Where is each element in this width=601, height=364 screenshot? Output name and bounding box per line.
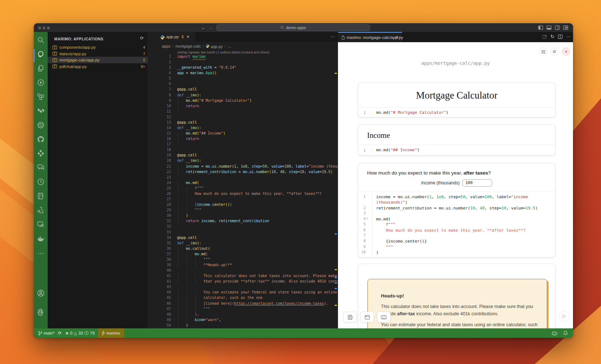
extensions-boxes-icon[interactable] [37,93,45,101]
refresh-icon[interactable]: ⟳ [139,35,145,41]
code-line-7[interactable]: 7@app.cell [148,87,338,93]
cell-code[interactable]: mo.md("## Income") [372,148,419,152]
command-center[interactable]: demo-apps [216,24,370,31]
cell-code-line[interactable]: 4∨mo.md( [358,216,555,222]
cell-code-line[interactable]: 10) [358,250,555,255]
income-input[interactable]: 100 [462,179,492,187]
code-line-11[interactable]: 11 [148,109,338,115]
toggle-secondary-sidebar-icon[interactable] [555,25,560,30]
problems-item[interactable]: ⊗0 △33 ⓘ79 [65,331,95,336]
github-icon[interactable] [37,135,45,143]
notebook-icon[interactable] [37,192,45,200]
code-line-37[interactable]: 37mo.md( [148,252,338,257]
code-line-30[interactable]: 30) [148,213,338,219]
run-debug-icon[interactable] [37,79,45,87]
nav-forward-icon[interactable]: → [208,25,214,31]
cell-code-line[interactable]: 9 """ [358,244,555,250]
save-button[interactable] [343,312,357,323]
refresh-icon[interactable]: ↻ [550,34,554,39]
breadcrumb-item[interactable]: mortgage-calc [175,44,201,48]
code-line-50[interactable]: 50) [148,323,338,328]
code-line-34[interactable]: 34@app.cell [148,236,338,241]
marimo-cell-3[interactable]: How much do you expect to make this year… [358,163,556,257]
code-line-4[interactable]: 4app = marimo.App() [148,71,338,76]
marimo-cell-2[interactable]: Income1mo.md("## Income") [358,124,556,156]
breadcrumb-item[interactable]: … [228,44,232,48]
open-as-app-button[interactable] [360,312,374,323]
code-line-40[interactable]: 40 [148,268,338,274]
tab-close-icon[interactable]: ✕ [395,35,399,40]
code-line-22[interactable]: 22retirement_contribution = mo.ui.number… [148,170,338,175]
customize-layout-icon[interactable] [563,25,568,30]
code-line-25[interactable]: 25f""" [148,186,338,192]
code-editor[interactable]: Akshay Agrawal, last month | 2 authors (… [148,50,338,328]
code-line-1[interactable]: 1import marimo [148,55,338,60]
editor-actions-more-icon[interactable]: ⋯ [330,34,335,39]
code-line-28[interactable]: 28{income.center()} [148,203,338,208]
code-line-3[interactable]: 3__generated_with = "0.0.14" [148,65,338,71]
remote-screen-icon[interactable] [37,220,45,228]
code-line-39[interactable]: 39**Heads-up!** [148,263,338,268]
code-line-45[interactable]: 45calculator, such as the one [148,296,338,301]
breadcrumb-item[interactable]: app.py [211,44,223,49]
code-line-19[interactable]: 19@app.cell [148,153,338,159]
sidebar-item-dataviz-app-py[interactable]: dataviz/app.py7 [48,51,148,57]
code-line-48[interactable]: 48), [148,312,338,318]
terraform-icon[interactable] [37,107,45,115]
sidebar-item-mortgage-calc-app-py[interactable]: mortgage-calc/app.py5 [48,57,148,63]
code-line-26[interactable]: 26How much do you expect to make this ye… [148,192,338,197]
code-line-42[interactable]: 42that you provide **after-tax** income.… [148,279,338,285]
toggle-panel-icon[interactable] [546,25,552,30]
traffic-light-close[interactable] [38,27,41,29]
cell-code-line[interactable]: 5 f""" [358,222,555,227]
breadcrumb[interactable]: apps›mortgage-calc› app.py›… [148,42,338,50]
copilot-icon[interactable] [552,331,557,336]
keyboard-shortcuts-button[interactable] [377,312,391,323]
traffic-light-minimize[interactable] [43,27,45,29]
code-line-33[interactable]: 33 [148,230,338,236]
comments-icon[interactable] [37,164,45,172]
run-all-button[interactable] [559,311,570,322]
settings-icon[interactable] [37,308,45,316]
cell-code-line[interactable]: (thousands)") [358,200,555,205]
code-line-38[interactable]: 38""" [148,257,338,263]
sphere-icon[interactable] [37,121,45,129]
cell-code-line[interactable]: 3 [358,211,555,216]
sidebar-item-components-app-py[interactable]: components/app.py4 [48,44,148,51]
marimo-cell-1[interactable]: Mortgage Calculator1mo.md("# Mortgage Ca… [358,83,556,117]
code-line-31[interactable]: 31return income, retirement_contribution [148,219,338,224]
more-actions-icon[interactable]: ⋯ [566,34,571,39]
code-line-13[interactable]: 13@app.cell [148,120,338,126]
account-icon[interactable] [37,289,45,297]
toggle-sidebar-icon[interactable] [538,25,543,30]
code-line-46[interactable]: 46[linked here](https://smartasset.com/t… [148,301,338,307]
marimo-icon[interactable] [37,50,45,58]
code-line-24[interactable]: 24mo.md( [148,181,338,186]
testing-beaker-icon[interactable] [37,206,45,214]
tab-close-icon[interactable]: ✕ [186,35,190,39]
nav-back-icon[interactable]: ← [200,25,206,31]
settings-button[interactable]: ⚙ [550,48,558,56]
code-line-36[interactable]: 36mo.callout( [148,247,338,252]
code-line-14[interactable]: 14def __(mo): [148,126,338,131]
code-line-47[interactable]: 47""" [148,307,338,312]
cell-code-line[interactable]: 1income = mo.ui.number(1, 1e8, step=50, … [358,194,555,200]
code-line-35[interactable]: 35def __(mo): [148,241,338,247]
more-icon[interactable] [37,249,45,257]
code-line-10[interactable]: 10return [148,104,338,109]
code-line-6[interactable]: 6 [148,82,338,87]
code-line-27[interactable]: 27 [148,197,338,203]
code-line-16[interactable]: 16return [148,137,338,142]
split-editor-icon[interactable] [558,34,563,39]
tab-marimo-preview[interactable]: marimo: mortgage-calc/app.py ✕ [338,32,402,42]
open-external-icon[interactable] [542,34,547,39]
code-line-17[interactable]: 17 [148,142,338,148]
breadcrumb-item[interactable]: apps [162,44,171,48]
fold-chevron-icon[interactable]: ∨ [366,217,368,220]
git-branch-item[interactable]: main* [38,331,54,336]
traffic-light-zoom[interactable] [47,27,50,29]
cell-code-line[interactable]: 2retirement_contribution = mo.ui.number(… [358,205,555,211]
marimo-status-item[interactable]: marimo [98,328,124,338]
code-line-23[interactable]: 23 [148,175,338,181]
cell-code[interactable]: mo.md("# Mortgage Calculator") [372,110,449,115]
